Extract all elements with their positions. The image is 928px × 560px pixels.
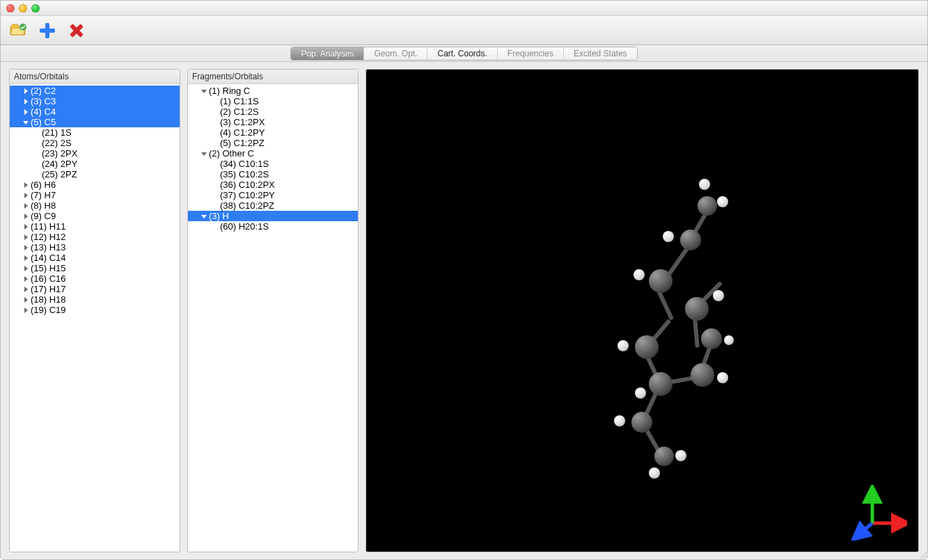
tree-row-label: (3) C3 [31, 96, 56, 106]
disclosure-none [212, 202, 219, 209]
tree-row[interactable]: (5) C5 [10, 117, 180, 127]
tab-pop-analyses[interactable]: Pop. Analyses [291, 47, 364, 60]
tree-row[interactable]: (23) 2PX [10, 148, 180, 159]
tree-row[interactable]: (5) C1:2PZ [188, 138, 358, 148]
disclosure-right-icon[interactable] [22, 213, 29, 220]
tab-excited-states[interactable]: Excited States [564, 47, 637, 60]
atoms-orbitals-tree[interactable]: (2) C2(3) C3(4) C4(5) C5(21) 1S(22) 2S(2… [10, 84, 180, 552]
disclosure-down-icon[interactable] [200, 88, 207, 95]
svg-line-7 [858, 523, 872, 535]
tree-row[interactable]: (1) C1:1S [188, 96, 358, 106]
tree-row[interactable]: (17) H17 [10, 284, 180, 294]
disclosure-right-icon[interactable] [22, 286, 29, 293]
tree-row[interactable]: (34) C10:1S [188, 159, 358, 169]
close-icon[interactable] [6, 4, 15, 13]
tree-row[interactable]: (4) C1:2PY [188, 127, 358, 138]
tree-row[interactable]: (3) C3 [10, 96, 180, 106]
axes-gizmo-icon [851, 485, 907, 541]
minimize-icon[interactable] [19, 4, 27, 13]
tree-row[interactable]: (24) 2PY [10, 159, 180, 169]
disclosure-none [33, 140, 40, 147]
atoms-orbitals-header: Atoms/Orbitals [10, 70, 180, 84]
tree-row[interactable]: (21) 1S [10, 127, 180, 138]
disclosure-right-icon[interactable] [22, 244, 29, 251]
tree-row[interactable]: (13) H13 [10, 242, 180, 253]
disclosure-right-icon[interactable] [22, 265, 29, 272]
tree-row-label: (1) C1:1S [220, 96, 259, 106]
tree-row-label: (14) C14 [31, 253, 66, 263]
tree-row[interactable]: (3) C1:2PX [188, 117, 358, 127]
disclosure-right-icon[interactable] [22, 192, 29, 199]
tree-row-label: (36) C10:2PX [220, 179, 275, 190]
tree-row[interactable]: (2) C2 [10, 86, 180, 96]
disclosure-right-icon[interactable] [22, 88, 29, 95]
disclosure-down-icon[interactable] [200, 213, 207, 220]
tree-row[interactable]: (8) H8 [10, 200, 180, 211]
zoom-icon[interactable] [31, 4, 40, 13]
disclosure-down-icon[interactable] [22, 119, 29, 126]
tree-row[interactable]: (7) H7 [10, 190, 180, 200]
app-window: Pop. AnalysesGeom. Opt.Cart. Coords.Freq… [0, 0, 928, 560]
tree-row-label: (3) H [209, 211, 229, 221]
tree-row[interactable]: (6) H6 [10, 179, 180, 190]
tree-row[interactable]: (15) H15 [10, 263, 180, 273]
disclosure-none [212, 109, 219, 115]
disclosure-right-icon[interactable] [22, 307, 29, 314]
tree-row[interactable]: (11) H11 [10, 221, 180, 232]
disclosure-right-icon[interactable] [22, 234, 29, 241]
tab-geom-opt[interactable]: Geom. Opt. [364, 47, 427, 60]
disclosure-right-icon[interactable] [22, 296, 29, 303]
tree-row[interactable]: (2) Other C [188, 148, 358, 159]
tree-row[interactable]: (4) C4 [10, 106, 180, 117]
tree-row[interactable]: (36) C10:2PX [188, 179, 358, 190]
tree-row[interactable]: (12) H12 [10, 232, 180, 242]
disclosure-right-icon[interactable] [22, 255, 29, 262]
tree-row-label: (15) H15 [31, 263, 66, 273]
tree-row-label: (60) H20:1S [220, 221, 269, 232]
tree-row-label: (2) C2 [31, 86, 56, 96]
tree-row-label: (2) C1:2S [220, 106, 259, 117]
tree-row[interactable]: (25) 2PZ [10, 169, 180, 179]
tree-row[interactable]: (22) 2S [10, 138, 180, 148]
tab-cart-coords[interactable]: Cart. Coords. [427, 47, 497, 60]
tree-row-label: (3) C1:2PX [220, 117, 265, 127]
tab-frequencies[interactable]: Frequencies [498, 47, 564, 60]
tree-row[interactable]: (37) C10:2PY [188, 190, 358, 200]
tree-row-label: (16) C16 [31, 273, 66, 284]
disclosure-right-icon[interactable] [22, 98, 29, 105]
tree-row[interactable]: (19) C19 [10, 305, 180, 315]
disclosure-right-icon[interactable] [22, 275, 29, 282]
tree-row[interactable]: (9) C9 [10, 211, 180, 221]
disclosure-right-icon[interactable] [22, 202, 29, 209]
disclosure-none [212, 192, 219, 199]
tree-row[interactable]: (2) C1:2S [188, 106, 358, 117]
disclosure-none [212, 129, 219, 136]
add-button[interactable] [37, 20, 58, 41]
tree-row[interactable]: (14) C14 [10, 253, 180, 263]
disclosure-right-icon[interactable] [22, 109, 29, 115]
disclosure-none [212, 140, 219, 147]
disclosure-none [33, 150, 40, 157]
tree-row[interactable]: (1) Ring C [188, 86, 358, 96]
tree-row-label: (4) C4 [31, 106, 56, 117]
tree-row[interactable]: (16) C16 [10, 273, 180, 284]
tree-row[interactable]: (3) H [188, 211, 358, 221]
disclosure-down-icon[interactable] [200, 150, 207, 157]
tab-segmented-control: Pop. AnalysesGeom. Opt.Cart. Coords.Freq… [290, 47, 637, 61]
disclosure-none [212, 98, 219, 105]
tree-row[interactable]: (35) C10:2S [188, 169, 358, 179]
tree-row[interactable]: (60) H20:1S [188, 221, 358, 232]
tree-row-label: (24) 2PY [42, 159, 77, 169]
tree-row-label: (6) H6 [31, 179, 56, 190]
tree-row-label: (5) C1:2PZ [220, 138, 265, 148]
fragments-orbitals-tree[interactable]: (1) Ring C(1) C1:1S(2) C1:2S(3) C1:2PX(4… [188, 84, 358, 552]
tree-row-label: (11) H11 [31, 221, 66, 232]
molecule-viewer[interactable] [365, 69, 919, 552]
disclosure-right-icon[interactable] [22, 182, 29, 189]
disclosure-right-icon[interactable] [22, 223, 29, 230]
fragments-orbitals-panel: Fragments/Orbitals (1) Ring C(1) C1:1S(2… [187, 69, 359, 552]
tree-row[interactable]: (38) C10:2PZ [188, 200, 358, 211]
tree-row[interactable]: (18) H18 [10, 294, 180, 305]
open-button[interactable] [8, 20, 29, 41]
delete-button[interactable] [66, 20, 87, 41]
